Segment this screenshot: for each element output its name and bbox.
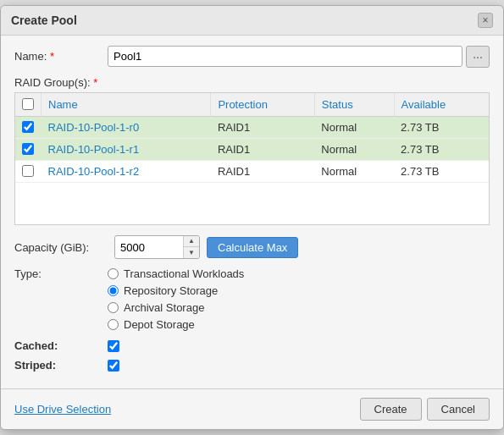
more-button[interactable]: ···: [466, 46, 490, 68]
row-name-1[interactable]: RAID-10-Pool-1-r1: [42, 138, 211, 160]
use-drive-selection-link[interactable]: Use Drive Selection: [14, 403, 111, 416]
name-row: Name: * ···: [14, 46, 490, 68]
dialog-body: Name: * ··· RAID Group(s): *: [1, 36, 503, 389]
table-row: RAID-10-Pool-1-r1 RAID1 Normal 2.73 TB: [15, 138, 489, 160]
dialog-header: Create Pool ×: [1, 6, 503, 36]
type-radio-arch[interactable]: [108, 302, 119, 313]
empty-rows: [15, 182, 489, 224]
dialog-title: Create Pool: [11, 14, 77, 27]
capacity-input[interactable]: [115, 238, 183, 257]
striped-checkbox[interactable]: [108, 360, 119, 372]
type-label-trans: Transactional Workloads: [124, 267, 244, 280]
col-status: Status: [314, 93, 394, 117]
close-button[interactable]: ×: [478, 13, 493, 28]
create-button[interactable]: Create: [360, 398, 422, 421]
type-row: Type: Transactional Workloads Repository…: [14, 267, 490, 331]
row-available-1: 2.73 TB: [394, 138, 489, 160]
capacity-down-button[interactable]: ▼: [184, 247, 199, 258]
capacity-up-button[interactable]: ▲: [184, 236, 199, 247]
col-name: Name: [42, 93, 211, 117]
type-option-repo: Repository Storage: [108, 284, 244, 297]
row-status-1: Normal: [314, 138, 394, 160]
type-label: Type:: [14, 267, 108, 280]
row-protection-0: RAID1: [211, 116, 314, 138]
name-input[interactable]: [108, 46, 462, 67]
name-label: Name: *: [14, 50, 108, 63]
cancel-button[interactable]: Cancel: [427, 398, 490, 421]
col-protection: Protection: [211, 93, 314, 117]
type-radio-repo[interactable]: [108, 285, 119, 296]
row-name-2[interactable]: RAID-10-Pool-1-r2: [42, 160, 211, 182]
calculate-max-button[interactable]: Calculate Max: [207, 237, 298, 258]
row-checkbox-1[interactable]: [22, 143, 34, 155]
create-pool-dialog: Create Pool × Name: * ··· RAID Group(s):…: [0, 5, 504, 431]
capacity-row: Capacity (GiB): ▲ ▼ Calculate Max: [14, 235, 490, 259]
type-option-arch: Archival Storage: [108, 301, 244, 314]
cached-label: Cached:: [14, 339, 108, 352]
cached-checkbox[interactable]: [108, 340, 119, 352]
raid-label-row: RAID Group(s): *: [14, 76, 490, 89]
type-radio-depot[interactable]: [108, 319, 119, 330]
raid-table: Name Protection Status Available RAID-10…: [14, 92, 490, 226]
type-label-depot: Depot Storage: [124, 318, 195, 331]
table-row: RAID-10-Pool-1-r2 RAID1 Normal 2.73 TB: [15, 160, 489, 182]
row-protection-2: RAID1: [211, 160, 314, 182]
table-header-row: Name Protection Status Available: [15, 93, 489, 117]
type-option-depot: Depot Storage: [108, 318, 244, 331]
row-status-0: Normal: [314, 116, 394, 138]
row-available-0: 2.73 TB: [394, 116, 489, 138]
col-check: [15, 93, 42, 117]
row-checkbox-0[interactable]: [22, 121, 34, 133]
row-available-2: 2.73 TB: [394, 160, 489, 182]
dialog-footer: Use Drive Selection Create Cancel: [1, 388, 503, 429]
col-available: Available: [394, 93, 489, 117]
row-checkbox-2[interactable]: [22, 165, 34, 177]
type-label-arch: Archival Storage: [124, 301, 204, 314]
raid-label: RAID Group(s): *: [14, 76, 108, 89]
table-row: RAID-10-Pool-1-r0 RAID1 Normal 2.73 TB: [15, 116, 489, 138]
row-status-2: Normal: [314, 160, 394, 182]
cached-row: Cached:: [14, 339, 490, 352]
type-option-trans: Transactional Workloads: [108, 267, 244, 280]
striped-row: Striped:: [14, 359, 490, 372]
type-label-repo: Repository Storage: [124, 284, 218, 297]
row-protection-1: RAID1: [211, 138, 314, 160]
row-name-0[interactable]: RAID-10-Pool-1-r0: [42, 116, 211, 138]
select-all-checkbox[interactable]: [22, 98, 34, 110]
type-radio-trans[interactable]: [108, 268, 119, 279]
capacity-label: Capacity (GiB):: [14, 241, 108, 254]
striped-label: Striped:: [14, 359, 108, 372]
type-radio-group: Transactional Workloads Repository Stora…: [108, 267, 244, 331]
